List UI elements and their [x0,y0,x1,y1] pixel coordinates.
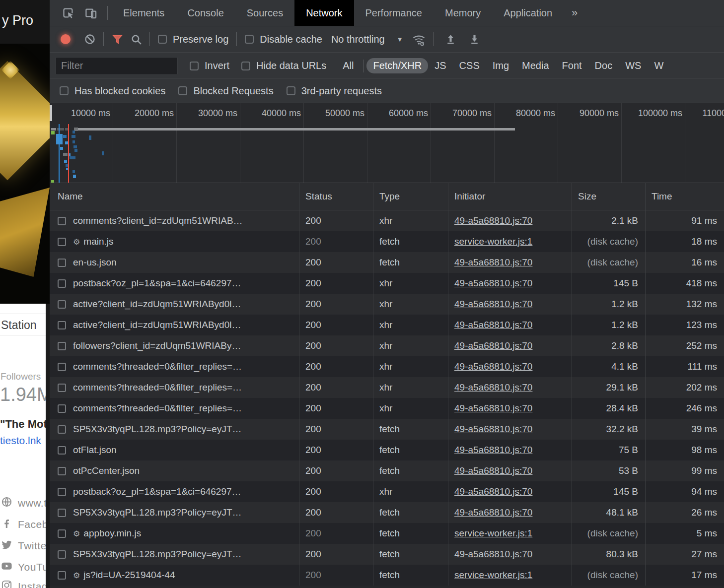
table-row[interactable]: comments?threaded=0&filter_replies=…200x… [50,377,724,398]
table-row[interactable]: otFlat.json200fetch49-a5a68810.js:7075 B… [50,440,724,460]
initiator-link[interactable]: 49-a5a68810.js:70 [454,465,532,476]
initiator-link[interactable]: 49-a5a68810.js:70 [454,382,532,393]
filter-input[interactable] [56,57,178,75]
import-har-icon[interactable] [441,30,460,49]
filter-pill-doc[interactable]: Doc [588,58,619,73]
row-checkbox[interactable] [58,550,66,559]
social-link-youtube[interactable]: YouTu [1,560,46,574]
search-icon[interactable] [127,30,145,49]
row-checkbox[interactable] [58,529,66,538]
table-row[interactable]: postback?oz_pl=1&spa=1&ci=646297…200xhr4… [50,481,724,502]
table-row[interactable]: postback?oz_pl=1&spa=1&ci=646297…200xhr4… [50,273,724,294]
device-toolbar-icon[interactable] [81,3,100,22]
overview-drag-handle[interactable] [50,105,52,121]
tab-console[interactable]: Console [176,0,235,26]
social-link-facebook[interactable]: Faceb [1,518,46,531]
tab-network[interactable]: Network [294,0,354,26]
export-har-icon[interactable] [465,30,484,49]
station-tab[interactable]: Station [0,314,46,335]
tab-memory[interactable]: Memory [434,0,492,26]
row-checkbox[interactable] [58,279,66,288]
initiator-link[interactable]: 49-a5a68810.js:70 [454,299,532,310]
table-row[interactable]: ⚙js?id=UA-2519404-44200fetchservice-work… [50,565,724,586]
row-checkbox[interactable] [58,217,66,225]
filter-pill-all[interactable]: All [336,58,360,73]
initiator-link[interactable]: 49-a5a68810.js:70 [454,486,532,497]
table-row[interactable]: ⚙appboy.min.js200fetchservice-worker.js:… [50,523,724,544]
filter-pill-img[interactable]: Img [486,58,515,73]
table-row[interactable]: followers?client_id=zdUqm51WRIABy…200xhr… [50,335,724,356]
table-row[interactable]: SP5X3v3tyqPL.128.mp3?Policy=eyJT…200fetc… [50,544,724,565]
inspect-element-icon[interactable] [59,3,77,22]
social-link-instagram[interactable]: Instag [1,580,46,588]
initiator-link[interactable]: 49-a5a68810.js:70 [454,403,532,414]
row-checkbox[interactable] [58,363,66,371]
row-checkbox[interactable] [58,571,66,580]
row-checkbox[interactable] [58,467,66,475]
preserve-log-checkbox[interactable] [158,35,167,44]
filter-pill-w[interactable]: W [648,58,670,73]
social-link-globe[interactable]: www.t [1,496,46,510]
initiator-link[interactable]: 49-a5a68810.js:70 [454,445,532,456]
filter-pill-fetch-xhr[interactable]: Fetch/XHR [366,58,428,73]
network-overview-timeline[interactable]: 10000 ms20000 ms30000 ms40000 ms50000 ms… [50,103,724,183]
table-row[interactable]: comments?threaded=0&filter_replies=…200x… [50,398,724,419]
invert-checkbox[interactable] [190,62,199,70]
row-checkbox[interactable] [58,446,66,455]
row-checkbox[interactable] [58,300,66,309]
table-row[interactable]: SP5X3v3tyqPL.128.mp3?Policy=eyJT…200fetc… [50,419,724,440]
social-link-twitter[interactable]: Twitte [1,539,46,552]
row-checkbox[interactable] [58,259,66,267]
3rd-party-requests-checkbox[interactable] [287,86,295,95]
initiator-link[interactable]: service-worker.js:1 [454,236,532,247]
column-header-initiator[interactable]: Initiator [448,183,572,210]
column-header-name[interactable]: Name [50,183,299,210]
table-row[interactable]: SP5X3v3tyqPL.128.mp3?Policy=eyJT…200fetc… [50,502,724,523]
tab-performance[interactable]: Performance [354,0,434,26]
initiator-link[interactable]: 49-a5a68810.js:70 [454,278,532,289]
initiator-link[interactable]: 49-a5a68810.js:70 [454,215,532,226]
initiator-link[interactable]: service-worker.js:1 [454,570,532,581]
throttling-select[interactable]: No throttling ▼ [331,34,403,45]
has-blocked-cookies-checkbox[interactable] [60,86,69,95]
initiator-link[interactable]: 49-a5a68810.js:70 [454,507,532,518]
column-header-status[interactable]: Status [299,183,373,210]
hide-data-urls-checkbox[interactable] [241,62,250,70]
row-checkbox[interactable] [58,509,66,517]
disable-cache-checkbox[interactable] [245,35,254,44]
filter-icon[interactable] [108,30,127,49]
filter-pill-ws[interactable]: WS [619,58,648,73]
blocked-requests-checkbox[interactable] [178,86,187,95]
row-checkbox[interactable] [58,321,66,329]
table-row[interactable]: active?client_id=zdUqm51WRIAByd0l…200xhr… [50,294,724,315]
initiator-link[interactable]: 49-a5a68810.js:70 [454,549,532,560]
initiator-link[interactable]: 49-a5a68810.js:70 [454,257,532,268]
initiator-link[interactable]: 49-a5a68810.js:70 [454,361,532,372]
initiator-link[interactable]: 49-a5a68810.js:70 [454,340,532,351]
row-checkbox[interactable] [58,404,66,413]
row-checkbox[interactable] [58,384,66,392]
clear-icon[interactable] [80,30,99,49]
filter-pill-media[interactable]: Media [515,58,555,73]
column-header-size[interactable]: Size [572,183,646,210]
bio-link[interactable]: tiesto.lnk [0,435,41,447]
tab-application[interactable]: Application [492,0,564,26]
row-checkbox[interactable] [58,342,66,350]
initiator-link[interactable]: service-worker.js:1 [454,528,532,539]
tab-sources[interactable]: Sources [235,0,294,26]
table-row[interactable]: otPcCenter.json200fetch49-a5a68810.js:70… [50,460,724,481]
table-row[interactable]: en-us.json200fetch49-a5a68810.js:70(disk… [50,252,724,273]
record-button[interactable] [61,34,71,44]
table-row[interactable]: ⚙main.js200fetchservice-worker.js:1(disk… [50,231,724,252]
filter-pill-font[interactable]: Font [556,58,588,73]
row-checkbox[interactable] [58,425,66,434]
network-conditions-icon[interactable] [410,30,429,49]
filter-pill-css[interactable]: CSS [453,58,486,73]
column-header-type[interactable]: Type [373,183,448,210]
column-header-time[interactable]: Time [646,183,724,210]
table-row[interactable]: active?client_id=zdUqm51WRIAByd0l…200xhr… [50,315,724,335]
tab-elements[interactable]: Elements [112,0,176,26]
row-checkbox[interactable] [58,238,66,246]
table-row[interactable]: comments?threaded=0&filter_replies=…200x… [50,356,724,377]
table-row[interactable]: comments?client_id=zdUqm51WRIAB…200xhr49… [50,210,724,231]
